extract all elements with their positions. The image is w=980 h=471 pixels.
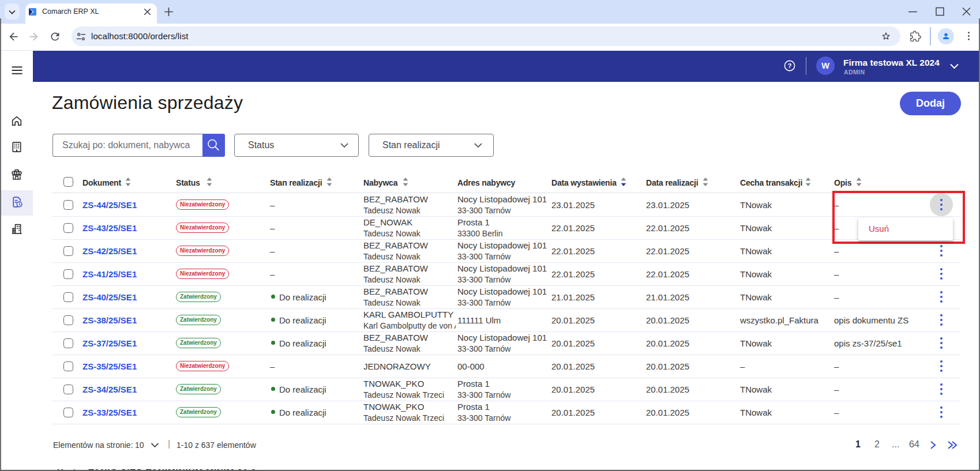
- svg-text:?: ?: [788, 62, 792, 69]
